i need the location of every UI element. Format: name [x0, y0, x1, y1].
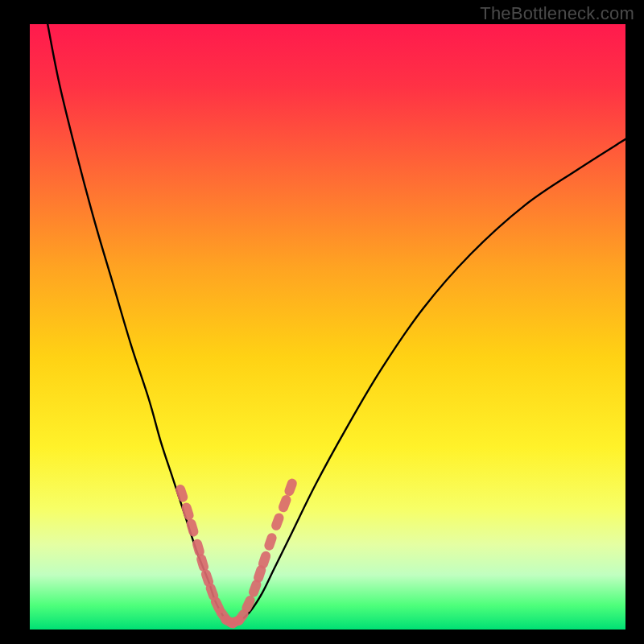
- watermark-text: TheBottleneck.com: [480, 3, 634, 24]
- highlight-marker: [175, 483, 189, 503]
- highlight-band: [175, 477, 299, 630]
- plot-area: [30, 24, 625, 630]
- highlight-marker: [277, 493, 292, 514]
- bottleneck-curve: [47, 24, 625, 624]
- chart-svg: [30, 24, 625, 630]
- chart-frame: TheBottleneck.com: [0, 0, 644, 644]
- highlight-marker: [270, 512, 285, 532]
- highlight-marker: [263, 532, 279, 552]
- highlight-marker: [283, 477, 299, 497]
- highlight-marker: [180, 502, 195, 522]
